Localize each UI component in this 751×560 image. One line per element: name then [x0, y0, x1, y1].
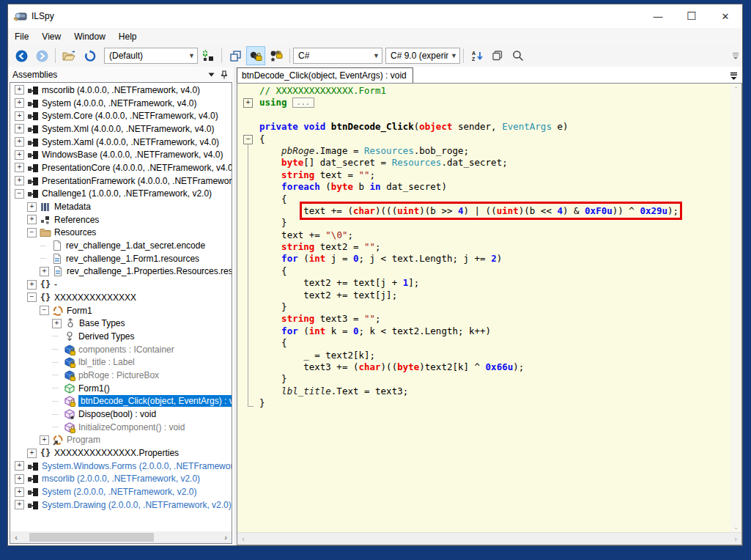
maximize-button[interactable]: ☐ — [675, 4, 709, 28]
code-hscrollbar[interactable]: ‹ › — [237, 532, 741, 545]
back-button[interactable] — [12, 46, 31, 65]
panel-menu-button[interactable] — [204, 73, 218, 77]
tree-item[interactable]: +System.Core (4.0.0.0, .NETFramework, v4… — [10, 109, 232, 122]
toolbar-overflow-button[interactable] — [732, 52, 739, 60]
expand-icon[interactable]: + — [40, 435, 49, 445]
tree-item[interactable]: +PresentationCore (4.0.0.0, .NETFramewor… — [10, 161, 232, 174]
tree-item[interactable]: +References — [10, 213, 232, 226]
fold-expand-icon[interactable]: + — [243, 98, 253, 108]
tree-item[interactable]: +System (4.0.0.0, .NETFramework, v4.0) — [10, 97, 232, 110]
expand-icon[interactable]: + — [27, 449, 37, 458]
expand-icon[interactable]: + — [15, 474, 24, 484]
refresh-button[interactable] — [80, 46, 99, 65]
tree-item[interactable]: Form1() — [10, 382, 232, 395]
tree-item[interactable]: −{}XXXXXXXXXXXXXX — [10, 291, 232, 304]
tree-item[interactable]: pbRoge : PictureBox — [10, 369, 232, 382]
scroll-down-icon[interactable]: ⌄ — [733, 521, 739, 533]
expand-icon[interactable]: + — [15, 487, 24, 497]
collapse-icon[interactable]: − — [27, 292, 37, 302]
scroll-up-icon[interactable]: ⌃ — [733, 84, 739, 95]
expand-icon[interactable]: + — [15, 111, 24, 121]
language-version-combo[interactable]: C# 9.0 (experimental) ▼ — [385, 48, 460, 64]
expand-icon[interactable]: + — [52, 319, 62, 328]
tree-item[interactable]: +System.Xml (4.0.0.0, .NETFramework, v4.… — [10, 122, 232, 136]
tree-item[interactable]: −Form1 — [10, 304, 232, 317]
expand-icon[interactable]: + — [15, 85, 24, 95]
tree-item-label: System.Windows.Forms (2.0.0.0, .NETFrame… — [42, 461, 232, 471]
show-public-api-toggle[interactable] — [246, 46, 265, 65]
tree-hscrollbar[interactable]: ‹ › — [10, 531, 232, 543]
assembly-list-combo[interactable]: (Default) ▼ — [104, 48, 198, 64]
language-combo[interactable]: C# ▼ — [293, 48, 382, 64]
tree-item[interactable]: btnDecode_Click(object, EventArgs) : voi… — [10, 395, 232, 408]
tree-item[interactable]: +System.Xaml (4.0.0.0, .NETFramework, v4… — [10, 136, 232, 149]
menu-item-window[interactable]: Window — [67, 32, 112, 42]
tree-item[interactable]: lbl_title : Label — [10, 355, 232, 369]
expand-icon[interactable]: + — [15, 98, 24, 108]
tree-item[interactable]: components : IContainer — [10, 343, 232, 356]
tree-item[interactable]: +{}- — [10, 278, 232, 291]
menu-item-file[interactable]: File — [8, 32, 35, 42]
expand-icon[interactable]: + — [27, 215, 37, 224]
tree-item[interactable]: rev_challenge_1.Form1.resources — [10, 252, 232, 265]
expand-all-button[interactable] — [488, 46, 507, 65]
menu-item-help[interactable]: Help — [112, 32, 144, 42]
tree-item[interactable]: InitializeComponent() : void — [10, 421, 232, 434]
scroll-left-icon[interactable]: ‹ — [237, 534, 249, 543]
pin-button[interactable] — [218, 70, 231, 79]
scroll-left-icon[interactable]: ‹ — [10, 533, 22, 542]
manage-assembly-lists-button[interactable] — [199, 46, 218, 65]
tree-item[interactable]: +rev_challenge_1.Properties.Resources.re… — [10, 265, 232, 279]
collapse-icon[interactable]: − — [27, 228, 37, 237]
search-button[interactable] — [508, 46, 528, 65]
tree-item[interactable]: Dispose(bool) : void — [10, 408, 232, 421]
expand-icon[interactable]: + — [15, 500, 24, 509]
expand-icon[interactable]: + — [15, 176, 24, 185]
tree-item[interactable]: +PresentationFramework (4.0.0.0, .NETFra… — [10, 174, 232, 188]
show-all-api-toggle[interactable] — [267, 46, 286, 65]
tab-overflow-button[interactable] — [730, 72, 738, 83]
fullscreen-button[interactable] — [226, 46, 245, 65]
tree-item[interactable]: +System.Windows.Forms (2.0.0.0, .NETFram… — [10, 460, 232, 473]
expand-icon[interactable]: + — [15, 150, 24, 160]
add-assembly-list-icon — [202, 50, 214, 62]
scroll-thumb[interactable] — [29, 533, 154, 542]
open-file-button[interactable] — [59, 46, 78, 65]
close-button[interactable]: ✕ — [709, 4, 742, 28]
tree-item[interactable]: +Base Types — [10, 317, 232, 330]
tree-item[interactable]: +System (2.0.0.0, .NETFramework, v2.0) — [10, 485, 232, 498]
tree-item[interactable]: +mscorlib (2.0.0.0, .NETFramework, v2.0) — [10, 473, 232, 486]
tree-item[interactable]: +WindowsBase (4.0.0.0, .NETFramework, v4… — [10, 148, 232, 161]
expand-icon[interactable]: + — [27, 202, 37, 212]
tree-item[interactable]: +Program — [10, 434, 232, 447]
tree-item[interactable]: +mscorlib (4.0.0.0, .NETFramework, v4.0) — [10, 84, 232, 97]
code-tab[interactable]: btnDecode_Click(object, EventArgs) : voi… — [237, 67, 413, 83]
expand-icon[interactable]: + — [15, 461, 24, 471]
tree-item[interactable]: +Metadata — [10, 200, 232, 213]
expand-icon[interactable]: + — [27, 280, 37, 290]
tree-item[interactable]: Derived Types — [10, 330, 232, 343]
tree-item[interactable]: −Resources — [10, 226, 232, 240]
scroll-right-icon[interactable]: › — [730, 534, 741, 543]
expand-icon[interactable]: + — [15, 163, 24, 172]
scroll-right-icon[interactable]: › — [220, 533, 232, 542]
sort-button[interactable]: AZ — [467, 46, 487, 65]
tree-item[interactable]: rev_challenge_1.dat_secret.encode — [10, 239, 232, 252]
tree-item[interactable]: −Challenge1 (1.0.0.0, .NETFramework, v2.… — [10, 188, 232, 201]
expand-icon[interactable]: + — [15, 137, 24, 147]
expand-icon[interactable]: + — [15, 124, 24, 133]
forward-button[interactable] — [32, 46, 51, 65]
tree-item[interactable]: +System.Drawing (2.0.0.0, .NETFramework,… — [10, 498, 232, 512]
collapse-icon[interactable]: − — [15, 189, 24, 199]
code-vscrollbar[interactable]: ⌃ ⌄ — [730, 84, 741, 533]
collapse-icon[interactable]: − — [40, 306, 49, 315]
titlebar[interactable]: ILSpy — ☐ ✕ — [8, 4, 742, 28]
code-line: { — [259, 133, 730, 145]
expand-icon[interactable]: + — [40, 267, 49, 276]
menu-item-view[interactable]: View — [35, 32, 67, 42]
tree-item-label: System.Xaml (4.0.0.0, .NETFramework, v4.… — [42, 137, 219, 147]
fold-collapse-icon[interactable]: − — [243, 135, 253, 144]
code-line: text2 += text[j + 1]; — [259, 277, 730, 289]
tree-item[interactable]: +{}XXXXXXXXXXXXXX.Properties — [10, 446, 232, 460]
minimize-button[interactable]: — — [641, 4, 675, 28]
